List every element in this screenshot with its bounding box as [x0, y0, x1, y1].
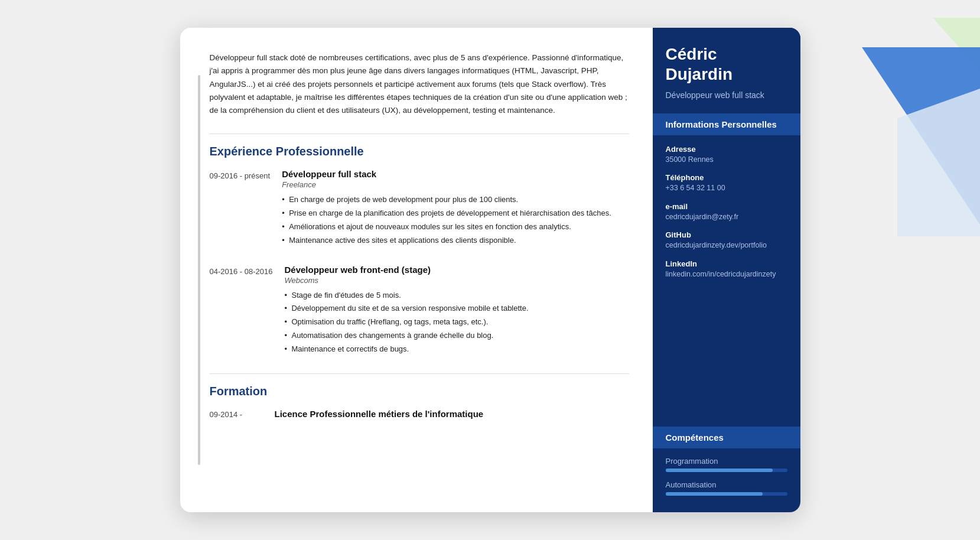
experience-item-2: 04-2016 - 08-2016 Développeur web front-… [210, 265, 629, 357]
bullet-2-4: Automatisation des changements à grande … [284, 330, 629, 342]
bullet-2-3: Optimisation du traffic (Hreflang, og ta… [284, 316, 629, 328]
formation-item-1: 09-2014 - Licence Professionnelle métier… [210, 409, 629, 419]
sidebar-name: Cédric Dujardin [666, 44, 787, 84]
experience-section-title: Expérience Professionnelle [210, 145, 629, 158]
linkedin-label: LinkedIn [666, 259, 787, 268]
exp-details-1: Développeur full stack Freelance En char… [282, 169, 629, 248]
formation-section-title: Formation [210, 385, 629, 398]
svg-marker-0 [933, 18, 980, 71]
skill-label-automatisation: Automatisation [666, 480, 787, 489]
exp-bullets-2: Stage de fin d'études de 5 mois. Dévelop… [284, 289, 629, 356]
info-telephone: Téléphone +33 6 54 32 11 00 [666, 173, 787, 194]
skill-programmation: Programmation [666, 457, 787, 472]
bullet-1-3: Améliorations et ajout de nouveaux modul… [282, 221, 629, 233]
exp-company-1: Freelance [282, 180, 629, 189]
intro-paragraph: Développeur full stack doté de nombreuse… [210, 51, 629, 117]
bullet-1-4: Maintenance active des sites et applicat… [282, 235, 629, 247]
info-adresse: Adresse 35000 Rennes [666, 145, 787, 165]
divider-experience [210, 134, 629, 134]
exp-date-2: 04-2016 - 08-2016 [210, 265, 273, 357]
main-content: Développeur full stack doté de nombreuse… [180, 28, 653, 512]
exp-title-2: Développeur web front-end (stage) [284, 265, 629, 275]
form-date-1: 09-2014 - [210, 409, 263, 419]
info-email: e-mail cedricdujardin@zety.fr [666, 202, 787, 223]
skill-bar-fill-programmation [666, 469, 773, 472]
exp-date-1: 09-2016 - présent [210, 169, 271, 248]
bullet-1-1: En charge de projets de web development … [282, 194, 629, 206]
exp-title-1: Développeur full stack [282, 169, 629, 179]
exp-details-2: Développeur web front-end (stage) Webcom… [284, 265, 629, 357]
bullet-2-5: Maintenance et correctifs de bugs. [284, 343, 629, 356]
skill-bar-bg-programmation [666, 469, 787, 472]
sidebar-info-header: Informations Personnelles [653, 113, 800, 135]
adresse-value: 35000 Rennes [666, 155, 787, 165]
bullet-2-2: Développement du site et de sa version r… [284, 302, 629, 315]
sidebar: Cédric Dujardin Développeur web full sta… [653, 28, 800, 512]
skill-bar-fill-automatisation [666, 492, 763, 496]
email-label: e-mail [666, 202, 787, 211]
email-value: cedricdujardin@zety.fr [666, 212, 787, 223]
skill-bar-bg-automatisation [666, 492, 787, 496]
svg-marker-2 [897, 89, 980, 236]
adresse-label: Adresse [666, 145, 787, 154]
github-value: cedricdujardinzety.dev/portfolio [666, 240, 787, 251]
sidebar-subtitle: Développeur web full stack [666, 90, 787, 102]
competences-header: Compétences [653, 427, 800, 448]
linkedin-value: linkedin.com/in/cedricdujardinzety [666, 269, 787, 280]
skill-automatisation: Automatisation [666, 480, 787, 496]
svg-marker-1 [862, 47, 980, 225]
form-degree-1: Licence Professionnelle métiers de l'inf… [275, 409, 629, 419]
github-label: GitHub [666, 230, 787, 239]
resume-card: Développeur full stack doté de nombreuse… [180, 28, 800, 512]
telephone-label: Téléphone [666, 173, 787, 182]
bullet-2-1: Stage de fin d'études de 5 mois. [284, 289, 629, 302]
info-linkedin: LinkedIn linkedin.com/in/cedricdujardinz… [666, 259, 787, 280]
bullet-1-2: Prise en charge de la planification des … [282, 207, 629, 220]
divider-formation [210, 373, 629, 374]
exp-company-2: Webcoms [284, 276, 629, 285]
experience-item-1: 09-2016 - présent Développeur full stack… [210, 169, 629, 248]
sidebar-info-block: Adresse 35000 Rennes Téléphone +33 6 54 … [653, 135, 800, 427]
exp-bullets-1: En charge de projets de web development … [282, 194, 629, 246]
telephone-value: +33 6 54 32 11 00 [666, 183, 787, 194]
sidebar-header: Cédric Dujardin Développeur web full sta… [653, 28, 800, 113]
form-details-1: Licence Professionnelle métiers de l'inf… [275, 409, 629, 419]
competences-content: Programmation Automatisation [653, 448, 800, 512]
info-github: GitHub cedricdujardinzety.dev/portfolio [666, 230, 787, 251]
skill-label-programmation: Programmation [666, 457, 787, 466]
